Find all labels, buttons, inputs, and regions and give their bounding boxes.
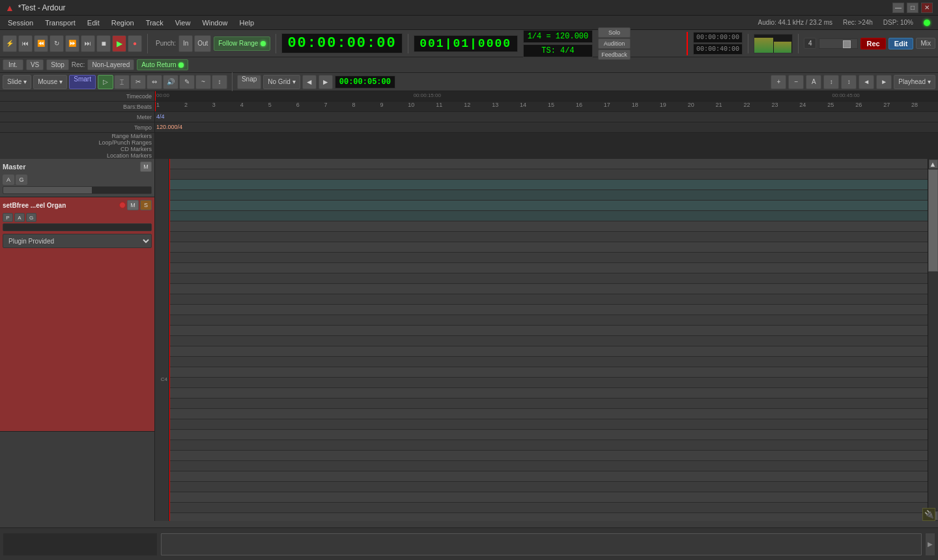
ffwd-button[interactable]: ⏩ bbox=[65, 35, 79, 52]
nav-fwd-button[interactable]: ► bbox=[319, 75, 333, 89]
tool-select[interactable]: ▷ bbox=[98, 75, 113, 89]
bar-mark-19: 20 bbox=[687, 102, 694, 108]
loop-punch-ruler[interactable] bbox=[155, 139, 938, 146]
mix-button[interactable]: Mix bbox=[916, 38, 935, 49]
title-bar-controls[interactable]: — □ ✕ bbox=[892, 3, 933, 13]
maximize-button[interactable]: □ bbox=[907, 3, 918, 13]
master-a-button[interactable]: A bbox=[3, 175, 14, 185]
scroll-thumb[interactable] bbox=[928, 169, 938, 272]
feedback-button[interactable]: Feedback bbox=[598, 49, 631, 60]
play-button[interactable]: ▶ bbox=[112, 35, 126, 52]
non-layered-button[interactable]: Non-Layered bbox=[87, 59, 134, 70]
menu-track[interactable]: Track bbox=[141, 18, 169, 28]
auto-return-button[interactable]: Auto Return bbox=[137, 59, 188, 70]
secondary-clock[interactable]: 001|01|0000 bbox=[414, 35, 518, 52]
menu-session[interactable]: Session bbox=[3, 18, 38, 28]
tool-cut[interactable]: ✂ bbox=[130, 75, 146, 89]
master-m-button[interactable]: M bbox=[140, 161, 152, 172]
track-g-button[interactable]: G bbox=[26, 213, 36, 222]
right-scrollbar[interactable]: ▲ ▼ bbox=[928, 159, 938, 521]
zoom-vert-out-button[interactable]: ↕ bbox=[841, 75, 857, 89]
grid-dropdown[interactable]: No Grid ▾ bbox=[263, 75, 300, 89]
location-markers-ruler[interactable] bbox=[155, 152, 938, 159]
edit-button[interactable]: Edit bbox=[888, 38, 914, 49]
scroll-right-button-bottom[interactable]: ▶ bbox=[925, 533, 935, 556]
tracks-content[interactable] bbox=[169, 159, 928, 521]
time-sig-display[interactable]: TS: 4/4 bbox=[523, 44, 593, 57]
tool-listen[interactable]: 🔊 bbox=[163, 75, 178, 89]
audition-button[interactable]: Audition bbox=[598, 38, 631, 49]
tool-stretch[interactable]: ⇔ bbox=[147, 75, 162, 89]
scroll-right-button[interactable]: ► bbox=[876, 75, 892, 89]
volume-slider[interactable] bbox=[819, 38, 858, 49]
snap-button[interactable]: Snap bbox=[237, 75, 261, 89]
master-g-button[interactable]: G bbox=[16, 175, 27, 185]
menu-edit[interactable]: Edit bbox=[82, 18, 105, 28]
menu-window[interactable]: Window bbox=[197, 18, 233, 28]
zoom-fit-button[interactable]: A bbox=[806, 75, 821, 89]
tempo-display[interactable]: 1/4 = 120.000 bbox=[523, 30, 593, 43]
smart-button[interactable]: Smart bbox=[69, 75, 96, 89]
track-s-button[interactable]: S bbox=[140, 200, 152, 210]
track-name: setBfree ...eel Organ bbox=[3, 202, 66, 209]
main-clock[interactable]: 00:00:00:00 bbox=[281, 33, 402, 53]
app-title: *Test - Ardour bbox=[18, 3, 66, 12]
tool-automation[interactable]: ~ bbox=[195, 75, 211, 89]
record-button[interactable]: ● bbox=[128, 35, 142, 52]
follow-range-button[interactable]: Follow Range bbox=[214, 36, 270, 51]
rewind-start-button[interactable]: ⏮ bbox=[18, 35, 33, 52]
mini-timeline[interactable] bbox=[160, 533, 922, 556]
punch-in-button[interactable]: In bbox=[178, 35, 193, 52]
tool-gain[interactable]: ✎ bbox=[179, 75, 195, 89]
midi-panic-button[interactable]: ⚡ bbox=[3, 35, 17, 52]
scroll-up-button[interactable]: ▲ bbox=[929, 160, 938, 169]
range-markers-ruler[interactable] bbox=[155, 133, 938, 139]
ffwd-end-button[interactable]: ⏭ bbox=[81, 35, 95, 52]
track-lane-row bbox=[169, 378, 928, 388]
slide-dropdown[interactable]: Slide ▾ bbox=[3, 75, 31, 89]
track-fader[interactable] bbox=[3, 223, 152, 231]
menu-view[interactable]: View bbox=[170, 18, 196, 28]
follow-range-label: Follow Range bbox=[218, 40, 258, 47]
timecode-ruler[interactable]: 00:00 00:00:15:00 00:00:45:00 bbox=[155, 91, 938, 101]
track-a-button[interactable]: A bbox=[14, 213, 25, 222]
track-p-button[interactable]: P bbox=[3, 213, 13, 222]
rewind-button[interactable]: ⏪ bbox=[34, 35, 48, 52]
menu-region[interactable]: Region bbox=[106, 18, 139, 28]
close-button[interactable]: ✕ bbox=[921, 3, 933, 13]
meter-ruler[interactable]: 4/4 bbox=[155, 112, 938, 122]
rec-button[interactable]: Rec bbox=[860, 38, 885, 49]
vs-mode-button[interactable]: VS bbox=[26, 59, 44, 70]
tempo-ruler[interactable]: 120.000/4 bbox=[155, 122, 938, 132]
menu-help[interactable]: Help bbox=[234, 18, 260, 28]
scroll-track[interactable] bbox=[928, 169, 938, 511]
scroll-left-button[interactable]: ◄ bbox=[859, 75, 874, 89]
stop-button[interactable]: ■ bbox=[96, 35, 111, 52]
tool-range[interactable]: ⌶ bbox=[114, 75, 130, 89]
bars-beats-ruler[interactable]: 1234567891011121314151617181920212223242… bbox=[155, 102, 938, 111]
plugin-select[interactable]: Plugin Provided bbox=[3, 234, 152, 248]
track-m-button[interactable]: M bbox=[127, 200, 139, 210]
int-mode-button[interactable]: Int. bbox=[3, 59, 23, 70]
track-lane-row bbox=[169, 503, 928, 513]
zoom-vert-button[interactable]: ↕ bbox=[823, 75, 839, 89]
bar-mark-20: 21 bbox=[715, 102, 722, 108]
nav-back-button[interactable]: ◄ bbox=[302, 75, 317, 89]
main-content: Master M A G setBfree ...eel Organ M S bbox=[0, 159, 938, 521]
tool-velocity[interactable]: ↕ bbox=[212, 75, 227, 89]
loop-button[interactable]: ↻ bbox=[50, 35, 64, 52]
minimize-button[interactable]: — bbox=[892, 3, 904, 13]
punch-out-button[interactable]: Out bbox=[194, 35, 211, 52]
master-fader[interactable] bbox=[3, 186, 152, 194]
volume-thumb bbox=[843, 40, 851, 48]
zoom-out-button[interactable]: − bbox=[788, 75, 804, 89]
mouse-dropdown[interactable]: Mouse ▾ bbox=[33, 75, 67, 89]
cd-markers-ruler[interactable] bbox=[155, 146, 938, 152]
zoom-in-button[interactable]: + bbox=[771, 75, 786, 89]
menu-transport[interactable]: Transport bbox=[40, 18, 81, 28]
bar-mark-21: 22 bbox=[743, 102, 750, 108]
stop-label[interactable]: Stop bbox=[46, 59, 69, 70]
playhead-dropdown[interactable]: Playhead ▾ bbox=[894, 75, 935, 89]
midi-usb-icon[interactable]: 🔌 bbox=[922, 508, 935, 521]
solo-button[interactable]: Solo bbox=[598, 27, 631, 38]
